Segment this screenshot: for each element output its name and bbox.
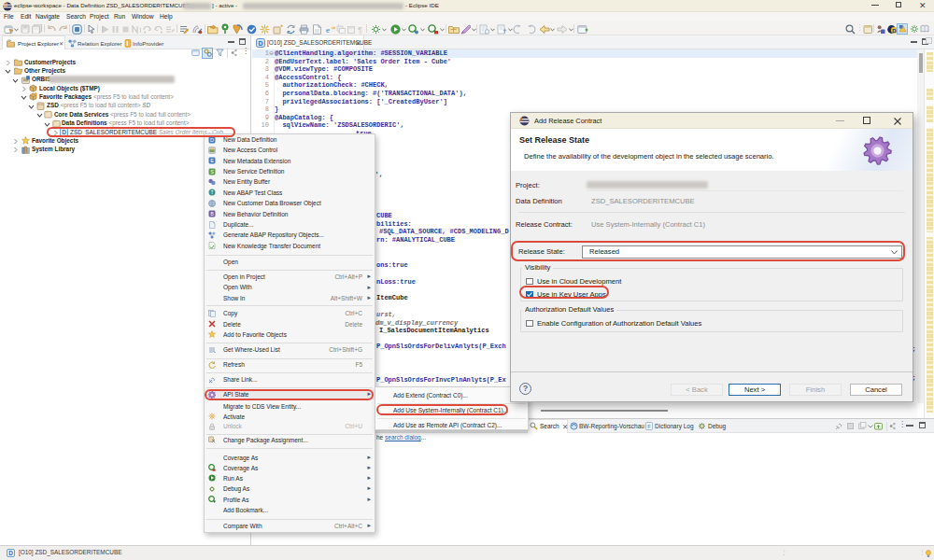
svg-text:D: D: [210, 137, 214, 143]
svg-text:¶: ¶: [358, 25, 362, 35]
svg-text:B: B: [210, 211, 214, 217]
svg-text:T: T: [210, 189, 213, 195]
svg-text:S: S: [210, 169, 214, 175]
svg-text:E: E: [210, 158, 214, 163]
svg-text:D: D: [258, 40, 262, 47]
svg-text:D: D: [8, 550, 13, 556]
svg-text:P: P: [214, 499, 216, 503]
svg-text:e: e: [326, 25, 330, 35]
